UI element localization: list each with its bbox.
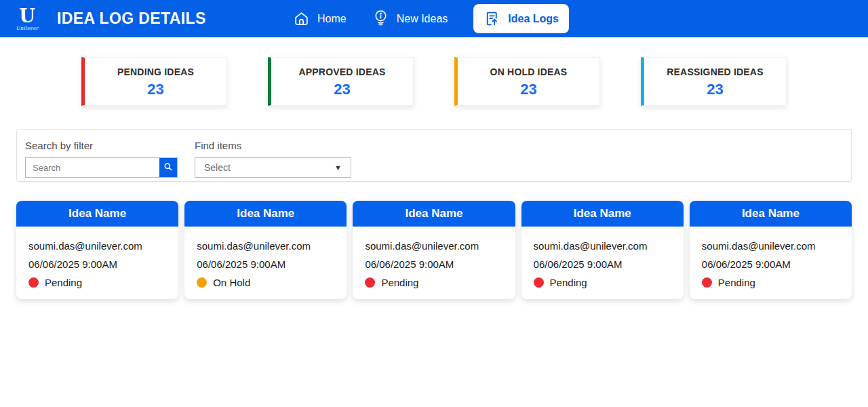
status-dot <box>197 277 207 288</box>
stat-value: 23 <box>85 81 226 98</box>
stat-label: APPROVED IDEAS <box>271 66 413 77</box>
stat-card-on-hold: ON HOLD IDEAS 23 <box>454 57 600 106</box>
idea-card-body: soumi.das@unilever.com 06/06/2025 9:00AM… <box>353 227 515 299</box>
status-dot <box>534 277 544 288</box>
idea-card-body: soumi.das@unilever.com 06/06/2025 9:00AM… <box>16 227 178 299</box>
stat-label: PENDING IDEAS <box>85 66 226 77</box>
stat-value: 23 <box>458 81 599 98</box>
status-dot <box>365 277 375 288</box>
search-icon <box>163 162 173 174</box>
search-box <box>25 157 178 178</box>
chevron-down-icon: ▼ <box>334 163 342 172</box>
nav-label-new-ideas: New Ideas <box>397 13 448 25</box>
search-filter-label: Search by filter <box>25 140 178 151</box>
search-input[interactable] <box>26 158 159 177</box>
idea-email: soumi.das@unilever.com <box>534 240 671 252</box>
stats-row: PENDING IDEAS 23 APPROVED IDEAS 23 ON HO… <box>81 57 868 106</box>
idea-log-icon <box>484 10 500 27</box>
idea-card-title[interactable]: Idea Name <box>184 201 347 227</box>
idea-email: soumi.das@unilever.com <box>702 240 840 252</box>
nav-label-home: Home <box>317 13 347 25</box>
nav-item-idea-logs[interactable]: Idea Logs <box>473 4 569 33</box>
idea-card-title[interactable]: Idea Name <box>690 201 852 227</box>
idea-card: Idea Name soumi.das@unilever.com 06/06/2… <box>184 201 347 299</box>
unilever-logo-u: U <box>12 7 42 25</box>
page-title: IDEA LOG DETAILS <box>57 9 206 28</box>
select-value: Select <box>204 162 231 173</box>
idea-email: soumi.das@unilever.com <box>365 240 502 252</box>
status-label: On Hold <box>213 277 250 288</box>
stat-card-reassigned: REASSIGNED IDEAS 23 <box>641 57 787 106</box>
nav-item-new-ideas[interactable]: New Ideas <box>372 9 448 28</box>
status-label: Pending <box>718 277 755 288</box>
idea-status-row: On Hold <box>197 277 334 288</box>
idea-card-body: soumi.das@unilever.com 06/06/2025 9:00AM… <box>521 227 684 299</box>
top-header: U Unilever IDEA LOG DETAILS Home <box>0 0 868 37</box>
idea-card: Idea Name soumi.das@unilever.com 06/06/2… <box>353 201 515 299</box>
idea-datetime: 06/06/2025 9:00AM <box>197 258 334 270</box>
stat-card-pending: PENDING IDEAS 23 <box>81 57 227 106</box>
home-icon <box>293 10 310 27</box>
idea-card-title[interactable]: Idea Name <box>353 201 515 227</box>
status-label: Pending <box>550 277 587 288</box>
nav-label-idea-logs: Idea Logs <box>508 13 559 25</box>
find-items-label: Find items <box>195 140 351 151</box>
unilever-logo-wordmark: Unilever <box>12 26 42 31</box>
stat-label: REASSIGNED IDEAS <box>644 66 786 77</box>
idea-datetime: 06/06/2025 9:00AM <box>28 258 166 270</box>
idea-email: soumi.das@unilever.com <box>28 240 166 252</box>
idea-datetime: 06/06/2025 9:00AM <box>534 258 671 270</box>
status-label: Pending <box>381 277 418 288</box>
idea-status-row: Pending <box>534 277 671 288</box>
stat-value: 23 <box>644 81 786 98</box>
stat-value: 23 <box>271 81 413 98</box>
filter-panel: Search by filter Find items Select ▼ <box>16 129 852 182</box>
idea-email: soumi.das@unilever.com <box>197 240 334 252</box>
search-button[interactable] <box>159 158 177 177</box>
idea-card: Idea Name soumi.das@unilever.com 06/06/2… <box>521 201 684 299</box>
find-items-field: Find items Select ▼ <box>195 140 351 181</box>
idea-card-body: soumi.das@unilever.com 06/06/2025 9:00AM… <box>184 227 347 299</box>
status-label: Pending <box>45 277 82 288</box>
idea-datetime: 06/06/2025 9:00AM <box>702 258 840 270</box>
find-items-select[interactable]: Select ▼ <box>195 157 351 178</box>
idea-card-title[interactable]: Idea Name <box>521 201 684 227</box>
idea-status-row: Pending <box>28 277 166 288</box>
idea-card-body: soumi.das@unilever.com 06/06/2025 9:00AM… <box>690 227 852 299</box>
idea-status-row: Pending <box>702 277 840 288</box>
search-filter-field: Search by filter <box>25 140 178 181</box>
nav-item-home[interactable]: Home <box>293 10 347 27</box>
status-dot <box>28 277 39 288</box>
stat-label: ON HOLD IDEAS <box>458 66 599 77</box>
idea-card: Idea Name soumi.das@unilever.com 06/06/2… <box>690 201 852 299</box>
stat-card-approved: APPROVED IDEAS 23 <box>268 57 414 106</box>
idea-card: Idea Name soumi.das@unilever.com 06/06/2… <box>16 201 178 299</box>
header-nav: Home New Ideas <box>293 0 569 37</box>
idea-cards-row: Idea Name soumi.das@unilever.com 06/06/2… <box>16 201 852 299</box>
idea-datetime: 06/06/2025 9:00AM <box>365 258 502 270</box>
idea-card-title[interactable]: Idea Name <box>16 201 178 227</box>
status-dot <box>702 277 712 288</box>
idea-status-row: Pending <box>365 277 502 288</box>
lightbulb-icon <box>372 9 389 28</box>
unilever-logo: U Unilever <box>12 7 42 31</box>
